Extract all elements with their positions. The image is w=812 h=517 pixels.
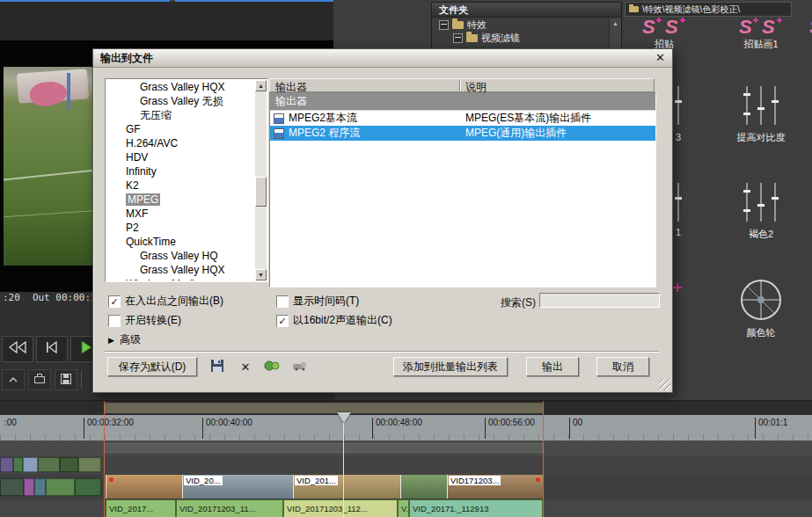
tree-item[interactable]: 无压缩 (106, 108, 255, 122)
scroll-up-icon[interactable]: ▲ (612, 18, 618, 28)
mini-clip[interactable] (46, 478, 75, 496)
folder-icon (466, 34, 478, 42)
effect-card[interactable]: 提高对比度 (732, 81, 790, 142)
rewind-button[interactable] (2, 336, 33, 362)
tree-item[interactable]: K2 (106, 178, 255, 193)
svg-text:S: S (762, 16, 775, 37)
mini-clip[interactable] (78, 457, 101, 472)
checkbox-label: 显示时间码(T) (293, 294, 359, 309)
delete-preset-button[interactable]: ✕ (234, 359, 257, 375)
tree-scrollbar[interactable]: ▲ ▼ (255, 80, 267, 280)
video-clip[interactable] (106, 475, 182, 499)
close-icon[interactable]: ✕ (655, 51, 665, 64)
checkbox-audio-16bit[interactable]: ✓ (276, 315, 289, 327)
exporter-option-button[interactable] (289, 359, 311, 375)
out-timecode: Out 00:00:1 (33, 292, 97, 303)
expander-arrow-icon: ▶ (108, 336, 114, 345)
effect-label: 褐色2 (749, 229, 773, 239)
tree-item-label: Infinity (126, 165, 157, 178)
show-timecode-option[interactable]: 显示时间码(T) (276, 294, 359, 309)
mini-clip[interactable] (75, 478, 101, 496)
checkbox-show-timecode[interactable] (276, 295, 289, 308)
ruler-label: 00 (569, 418, 582, 439)
effect-card[interactable]: SS招贴画1 (732, 14, 790, 49)
audio-clip[interactable]: V. (398, 499, 409, 517)
output-button[interactable]: 输出 (526, 357, 579, 376)
tree-item[interactable]: QuickTime (106, 235, 255, 249)
save-preset-button[interactable] (206, 359, 229, 375)
tree-item[interactable]: Infinity (106, 164, 255, 178)
add-to-batch-button[interactable]: 添加到批量输出列表 (393, 357, 508, 376)
expand-box-icon[interactable] (453, 33, 463, 43)
save-project-button[interactable] (55, 369, 77, 390)
folder-item[interactable]: 视频滤镜 (432, 32, 610, 45)
inout-range[interactable] (104, 403, 543, 413)
audio-clip[interactable]: VID_20171._112913 (409, 499, 543, 517)
save-default-button[interactable]: 保存为默认(D) (107, 357, 197, 376)
effect-card[interactable]: S (790, 14, 812, 37)
audio-clip[interactable]: VID_2017... (106, 499, 176, 517)
marker-button[interactable] (2, 369, 25, 390)
checkbox-label: 以16bit/2声道输出(C) (293, 313, 392, 328)
scrollbar-thumb[interactable] (255, 177, 267, 207)
tree-item[interactable]: Grass Valley HQX (106, 80, 255, 94)
exporter-rows: MPEG2基本流MPEG(ES基本流)输出插件MPEG2 程序流MPEG(通用)… (270, 111, 655, 141)
ruler-label: 00:00:56:00 (485, 418, 535, 439)
exporter-row[interactable]: MPEG2 程序流MPEG(通用)输出插件 (270, 126, 655, 141)
effect-card[interactable]: 褐色2 (732, 178, 790, 239)
audio-clip[interactable]: VID_20171203_11... (176, 499, 283, 517)
video-clip[interactable]: VID171203... (447, 475, 543, 499)
video-clip[interactable]: VID_201... (293, 475, 400, 499)
video-clip[interactable]: VID_20... (182, 475, 293, 499)
effect-card[interactable]: SS招贴 (635, 14, 693, 49)
mini-clip[interactable] (0, 478, 24, 496)
mini-clip[interactable] (34, 478, 46, 496)
format-tree-panel: Grass Valley HQXGrass Valley 无损无压缩GFH.26… (105, 78, 268, 282)
scroll-down-icon[interactable]: ▼ (255, 269, 267, 280)
enable-convert-option[interactable]: 开启转换(E) (108, 313, 181, 328)
search-input[interactable] (539, 293, 660, 308)
tree-item[interactable]: MXF (106, 207, 255, 221)
tree-item[interactable]: P2 (106, 221, 255, 235)
tree-item[interactable]: Windows Media (106, 277, 255, 280)
resize-grip[interactable] (659, 379, 670, 390)
exporter-row[interactable]: MPEG2基本流MPEG(ES基本流)输出插件 (270, 111, 655, 126)
mini-clip[interactable] (60, 457, 78, 472)
folder-panel-title: 文件夹 (439, 4, 468, 17)
playhead-handle-icon[interactable] (337, 412, 351, 423)
mini-clip[interactable] (0, 457, 13, 472)
timeline-ruler[interactable]: :0000:00:32:0000:00:40:0000:00:48:0000:0… (0, 415, 812, 441)
video-clip[interactable] (400, 475, 447, 499)
tree-item[interactable]: Grass Valley HQ (106, 249, 255, 263)
between-inout-option[interactable]: ✓ 在入出点之间输出(B) (108, 294, 223, 309)
advanced-expander[interactable]: ▶ 高级 (108, 332, 141, 347)
playhead[interactable] (337, 412, 351, 423)
dialog-titlebar[interactable]: 输出到文件 ✕ (93, 49, 672, 68)
checkbox-between-inout[interactable]: ✓ (108, 295, 121, 308)
column-separator[interactable] (459, 80, 460, 91)
track-v-strip[interactable] (104, 443, 543, 453)
speed-encoder-button[interactable] (260, 359, 283, 375)
cancel-button[interactable]: 取消 (596, 357, 649, 376)
tree-item[interactable]: HDV (106, 150, 255, 164)
audio-16bit-option[interactable]: ✓ 以16bit/2声道输出(C) (276, 313, 392, 328)
in-marker[interactable] (104, 401, 105, 517)
step-back-button[interactable] (36, 336, 68, 362)
mini-clip[interactable] (13, 457, 23, 472)
expand-box-icon[interactable] (439, 20, 449, 30)
checkbox-enable-convert[interactable] (108, 315, 121, 327)
tree-item[interactable]: MPEG (106, 193, 255, 207)
audio-clip[interactable]: VID_20171203_112... (283, 499, 398, 517)
tree-item[interactable]: GF (106, 122, 255, 136)
tree-item[interactable]: H.264/AVC (106, 136, 255, 150)
export-button-small[interactable] (28, 369, 51, 390)
mini-clip[interactable] (23, 457, 38, 472)
out-marker[interactable] (543, 401, 544, 517)
tree-item[interactable]: Grass Valley HQX (106, 263, 255, 277)
scroll-up-icon[interactable]: ▲ (255, 80, 267, 91)
effect-card[interactable]: 颜色轮 (732, 274, 790, 338)
mini-clip[interactable] (24, 478, 34, 496)
tree-item[interactable]: Grass Valley 无损 (106, 94, 255, 108)
folder-item[interactable]: 特效 (432, 18, 610, 32)
mini-clip[interactable] (38, 457, 60, 472)
